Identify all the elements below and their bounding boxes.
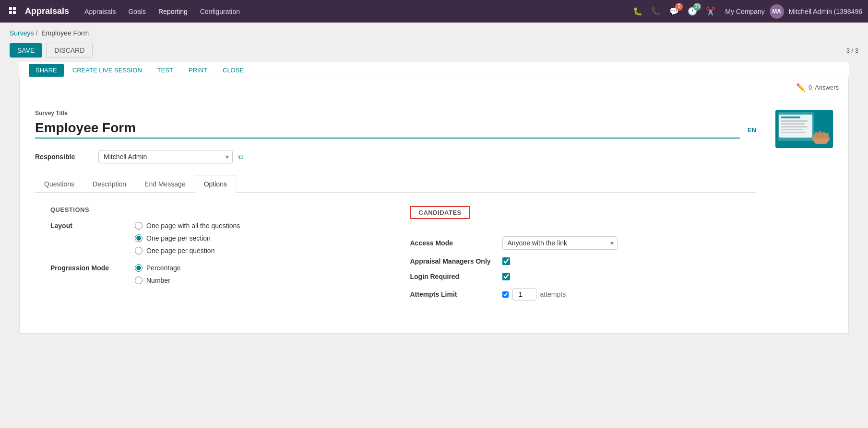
attempts-limit-checkbox[interactable]	[502, 291, 509, 298]
appraisal-managers-checkbox-item	[502, 257, 510, 265]
print-button[interactable]: PRINT	[182, 64, 214, 77]
survey-title-label: Survey Title	[35, 110, 756, 116]
svg-rect-10	[781, 129, 803, 130]
menu-reporting[interactable]: Reporting	[153, 5, 193, 18]
survey-title-input[interactable]	[35, 118, 740, 139]
layout-option-all-label: One page with all the questions	[146, 222, 240, 230]
layout-field-group: Layout One page with all the questions O…	[50, 222, 381, 254]
language-badge[interactable]: EN	[748, 127, 756, 134]
svg-rect-15	[819, 131, 821, 139]
appraisal-managers-label: Appraisal Managers Only	[410, 257, 497, 265]
access-mode-label: Access Mode	[410, 239, 497, 247]
tab-end-message[interactable]: End Message	[135, 175, 195, 193]
progression-radio-number[interactable]	[135, 277, 143, 284]
bug-icon[interactable]: 🐛	[631, 5, 644, 18]
layout-option-section-label: One page per section	[146, 234, 211, 242]
appraisal-managers-row: Appraisal Managers Only	[410, 257, 741, 265]
layout-radio-section[interactable]	[135, 234, 143, 242]
progression-radio-group: Percentage Number	[135, 264, 181, 284]
breadcrumb-parent[interactable]: Surveys	[10, 29, 34, 37]
answers-label: Answers	[815, 84, 839, 91]
login-required-checkbox[interactable]	[502, 273, 510, 280]
apps-menu-icon[interactable]	[6, 4, 21, 19]
candidates-section: Candidates Access Mode Anyone with the l…	[410, 206, 741, 308]
top-navigation: Appraisals Appraisals Goals Reporting Co…	[0, 0, 868, 23]
progression-number[interactable]: Number	[135, 277, 181, 284]
layout-option-question[interactable]: One page per question	[135, 247, 240, 254]
tab-description[interactable]: Description	[83, 175, 135, 193]
external-link-icon[interactable]: ⧉	[238, 153, 243, 161]
form-container: SHARE CREATE LIVE SESSION TEST PRINT CLO…	[10, 62, 858, 334]
user-name: Mitchell Admin (1398496	[789, 8, 862, 15]
breadcrumb: Surveys / Employee Form	[0, 23, 868, 41]
layout-radio-all[interactable]	[135, 222, 143, 230]
menu-appraisals[interactable]: Appraisals	[79, 5, 121, 18]
responsible-select[interactable]: Mitchell Admin	[98, 150, 233, 163]
progression-percentage-label: Percentage	[146, 264, 181, 272]
breadcrumb-current: Employee Form	[41, 29, 89, 37]
action-bar: SAVE DISCARD 3 / 3	[0, 41, 868, 62]
phone-icon[interactable]: 📞	[649, 5, 663, 18]
responsible-row: Responsible Mitchell Admin ⧉	[35, 150, 756, 163]
discard-button[interactable]: DISCARD	[46, 43, 93, 58]
test-button[interactable]: TEST	[151, 64, 180, 77]
attempts-limit-row: Attempts Limit attempts	[410, 288, 741, 301]
svg-rect-1	[13, 7, 16, 10]
access-mode-row: Access Mode Anyone with the link Invited…	[410, 236, 741, 250]
avatar-initials: MA	[772, 8, 781, 15]
appraisal-managers-checkbox[interactable]	[502, 257, 510, 265]
progression-percentage[interactable]: Percentage	[135, 264, 181, 272]
user-avatar[interactable]: MA	[770, 4, 784, 19]
responsible-select-wrapper: Mitchell Admin	[98, 150, 233, 163]
layout-option-section[interactable]: One page per section	[135, 234, 240, 242]
answers-count: 0	[809, 84, 812, 91]
access-mode-select[interactable]: Anyone with the link Invited people only	[502, 236, 618, 250]
svg-rect-8	[781, 123, 805, 125]
svg-rect-6	[781, 116, 800, 118]
svg-rect-0	[9, 7, 12, 10]
answers-link[interactable]: ✏️ 0 Answers	[796, 83, 839, 92]
topbar-icons: 🐛 📞 💬 5 🕐 38 ✂️ My Company MA Mitchell A…	[631, 4, 862, 19]
tablet-illustration	[775, 110, 833, 148]
questions-section: Questions Layout One page with all the q…	[50, 206, 381, 308]
responsible-label: Responsible	[35, 153, 93, 161]
progression-label: Progression Mode	[50, 264, 127, 272]
activity-icon[interactable]: 🕐 38	[686, 5, 699, 18]
settings-icon[interactable]: ✂️	[704, 5, 717, 18]
svg-rect-7	[781, 120, 808, 122]
progression-number-label: Number	[146, 277, 170, 284]
svg-rect-17	[826, 133, 829, 139]
login-required-label: Login Required	[410, 273, 497, 280]
share-button[interactable]: SHARE	[29, 64, 64, 77]
candidates-section-title: Candidates	[410, 206, 470, 219]
layout-option-question-label: One page per question	[146, 247, 214, 254]
layout-label: Layout	[50, 222, 127, 230]
progression-field-group: Progression Mode Percentage Number	[50, 264, 381, 284]
chat-icon[interactable]: 💬 5	[667, 5, 681, 18]
options-content: Questions Layout One page with all the q…	[35, 193, 756, 322]
login-required-checkbox-item	[502, 273, 510, 280]
secondary-toolbar: SHARE CREATE LIVE SESSION TEST PRINT CLO…	[19, 62, 849, 77]
progression-radio-percentage[interactable]	[135, 264, 143, 272]
attempts-row: attempts	[502, 288, 566, 301]
layout-option-all[interactable]: One page with all the questions	[135, 222, 240, 230]
menu-goals[interactable]: Goals	[122, 5, 152, 18]
survey-form-left: Survey Title EN Responsible Mitchell Adm…	[35, 110, 756, 322]
layout-radio-question[interactable]	[135, 247, 143, 254]
login-required-row: Login Required	[410, 273, 741, 280]
survey-form: Survey Title EN Responsible Mitchell Adm…	[20, 98, 848, 333]
answers-bar: ✏️ 0 Answers	[20, 77, 848, 98]
svg-rect-9	[781, 126, 808, 127]
menu-configuration[interactable]: Configuration	[194, 5, 246, 18]
save-button[interactable]: SAVE	[10, 43, 42, 58]
svg-rect-2	[9, 11, 12, 14]
company-name[interactable]: My Company	[725, 8, 764, 15]
create-live-session-button[interactable]: CREATE LIVE SESSION	[66, 64, 149, 77]
tab-questions[interactable]: Questions	[35, 175, 83, 193]
survey-thumbnail	[775, 110, 833, 148]
tab-options[interactable]: Options	[195, 175, 236, 193]
close-button[interactable]: CLOSE	[216, 64, 250, 77]
attempts-limit-input[interactable]	[512, 288, 536, 301]
record-navigator: 3 / 3	[846, 47, 858, 54]
layout-radio-group: One page with all the questions One page…	[135, 222, 240, 254]
